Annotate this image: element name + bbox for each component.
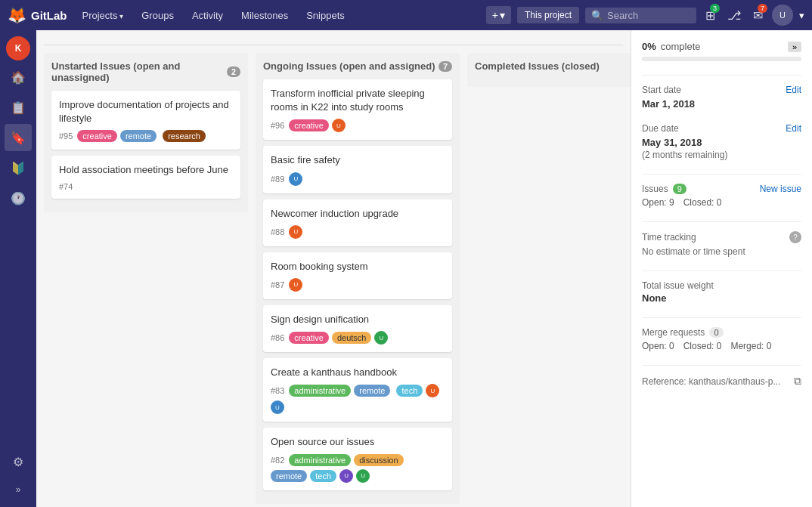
start-date-edit[interactable]: Edit bbox=[786, 85, 801, 95]
issue-meta: #89 U bbox=[271, 172, 445, 186]
column-unstarted: Unstarted Issues (open and unassigned) 2… bbox=[44, 53, 248, 212]
due-date-edit[interactable]: Edit bbox=[786, 123, 801, 134]
this-project-badge[interactable]: This project bbox=[517, 7, 579, 23]
issue-number: #86 bbox=[271, 333, 284, 342]
avatar: U bbox=[289, 172, 302, 186]
issue-title: Sign design unification bbox=[271, 313, 445, 326]
due-date-value: May 31, 2018 bbox=[642, 137, 801, 148]
expand-button[interactable]: » bbox=[788, 42, 801, 52]
label-research[interactable]: research bbox=[163, 130, 206, 142]
todo-badge: 3 bbox=[710, 4, 720, 13]
main-content: Unstarted Issues (open and unassigned) 2… bbox=[36, 30, 812, 507]
issue-title: Transform inofficial private sleeping ro… bbox=[271, 87, 445, 114]
progress-section: 0% complete » bbox=[642, 41, 801, 61]
avatar: U bbox=[374, 331, 388, 345]
sidebar-expand-button[interactable]: » bbox=[10, 478, 27, 501]
nav-links: Projects Groups Activity Milestones Snip… bbox=[75, 5, 352, 26]
column-ongoing-header: Ongoing Issues (open and assigned) 7 bbox=[263, 60, 452, 72]
sidebar-merge-requests[interactable]: 🔰 bbox=[5, 154, 32, 181]
label-administrative[interactable]: administrative bbox=[289, 454, 351, 466]
plus-button[interactable]: + ▾ bbox=[486, 6, 511, 24]
search-input[interactable] bbox=[607, 10, 690, 21]
table-row: Improve documentation of projects and li… bbox=[51, 91, 240, 150]
label-deutsch[interactable]: deutsch bbox=[332, 332, 372, 344]
sidebar-activity[interactable]: 🕐 bbox=[5, 184, 32, 212]
label-creative[interactable]: creative bbox=[289, 332, 329, 344]
label-administrative[interactable]: administrative bbox=[289, 385, 351, 397]
label-tech[interactable]: tech bbox=[396, 385, 423, 397]
issue-number: #87 bbox=[271, 280, 284, 289]
reference-row: Reference: kanthaus/kanthaus-p... ⧉ bbox=[642, 375, 801, 388]
nav-groups[interactable]: Groups bbox=[134, 5, 181, 26]
avatar: U bbox=[332, 119, 346, 132]
issue-title: Room booking system bbox=[271, 260, 445, 274]
nav-milestones[interactable]: Milestones bbox=[234, 5, 296, 26]
label-discussion[interactable]: discussion bbox=[354, 454, 403, 466]
issue-number: #89 bbox=[271, 175, 284, 184]
label-remote[interactable]: remote bbox=[354, 385, 390, 397]
label-remote[interactable]: remote bbox=[271, 470, 307, 482]
mail-badge: 7 bbox=[758, 4, 767, 13]
sidebar-issues[interactable]: 📋 bbox=[5, 94, 32, 121]
table-row: Create a kanthaus handbook #83 administr… bbox=[263, 358, 452, 422]
weight-label: Total issue weight bbox=[642, 280, 801, 291]
issues-closed: Closed: 0 bbox=[683, 197, 722, 208]
column-completed-title: Completed Issues (closed) bbox=[475, 60, 600, 72]
issue-meta: #95 creative remote research bbox=[59, 130, 233, 142]
divider bbox=[642, 75, 801, 76]
label-remote[interactable]: remote bbox=[120, 130, 157, 142]
merge-requests-section: Merge requests 0 Open: 0 Closed: 0 Merge… bbox=[642, 327, 801, 351]
column-ongoing-count: 7 bbox=[439, 61, 452, 72]
table-row: Open source our issues #82 administrativ… bbox=[263, 428, 452, 490]
issues-section: Issues 9 New issue Open: 9 Closed: 0 bbox=[642, 184, 801, 208]
sub-nav bbox=[44, 38, 623, 45]
sidebar-home[interactable]: 🏠 bbox=[5, 63, 32, 91]
new-issue-link[interactable]: New issue bbox=[760, 184, 801, 194]
label-tech[interactable]: tech bbox=[310, 470, 336, 482]
sidebar-settings[interactable]: ⚙ bbox=[5, 448, 32, 475]
avatar: U bbox=[271, 400, 284, 414]
reference-label: Reference: kanthaus/kanthaus-p... bbox=[642, 376, 780, 387]
merge-open: Open: 0 bbox=[642, 341, 674, 351]
plus-arrow: ▾ bbox=[500, 9, 505, 21]
time-tracking-help-icon[interactable]: ? bbox=[789, 231, 801, 243]
issues-row: Issues 9 New issue bbox=[642, 184, 801, 194]
merge-request-icon[interactable]: ⎇ bbox=[724, 5, 744, 26]
issue-meta: #96 creative U bbox=[271, 119, 445, 132]
issue-meta: #86 creative deutsch U bbox=[271, 331, 445, 345]
progress-label: complete bbox=[661, 41, 701, 52]
project-avatar[interactable]: K bbox=[6, 36, 30, 60]
right-sidebar: 0% complete » Start date Edit Mar 1, 201… bbox=[631, 30, 812, 507]
avatar: U bbox=[289, 225, 302, 239]
due-date-label: Due date bbox=[642, 123, 679, 134]
issue-title: Improve documentation of projects and li… bbox=[59, 98, 233, 125]
avatar[interactable]: U bbox=[772, 5, 793, 26]
issue-number: #96 bbox=[271, 121, 284, 130]
issue-meta: #82 administrative discussion remote tec… bbox=[271, 454, 445, 483]
logo[interactable]: 🦊 GitLab bbox=[8, 6, 67, 24]
label-creative[interactable]: creative bbox=[77, 130, 117, 142]
nav-projects[interactable]: Projects bbox=[75, 5, 132, 26]
avatar-arrow[interactable]: ▾ bbox=[799, 10, 804, 21]
search-box[interactable]: 🔍 bbox=[585, 8, 696, 23]
top-nav: 🦊 GitLab Projects Groups Activity Milest… bbox=[0, 0, 812, 30]
merge-closed: Closed: 0 bbox=[683, 341, 722, 351]
merge-requests-label: Merge requests bbox=[642, 327, 705, 338]
divider bbox=[642, 365, 801, 366]
progress-bar-outer bbox=[642, 57, 801, 61]
weight-section: Total issue weight None bbox=[642, 280, 801, 304]
label-creative[interactable]: creative bbox=[289, 119, 329, 131]
plus-icon: + bbox=[492, 9, 498, 21]
logo-text: GitLab bbox=[31, 9, 67, 22]
copy-icon[interactable]: ⧉ bbox=[794, 375, 801, 388]
start-date-value: Mar 1, 2018 bbox=[642, 98, 801, 110]
sidebar-board[interactable]: 🔖 bbox=[5, 124, 32, 151]
issues-count-badge: 9 bbox=[673, 184, 686, 194]
divider bbox=[642, 174, 801, 175]
nav-activity[interactable]: Activity bbox=[184, 5, 231, 26]
gitlab-logo-icon: 🦊 bbox=[8, 6, 26, 24]
table-row: Sign design unification #86 creative deu… bbox=[263, 305, 452, 352]
board-columns: Unstarted Issues (open and unassigned) 2… bbox=[44, 53, 623, 504]
table-row: Hold association meetings before June #7… bbox=[51, 156, 240, 198]
nav-snippets[interactable]: Snippets bbox=[299, 5, 352, 26]
